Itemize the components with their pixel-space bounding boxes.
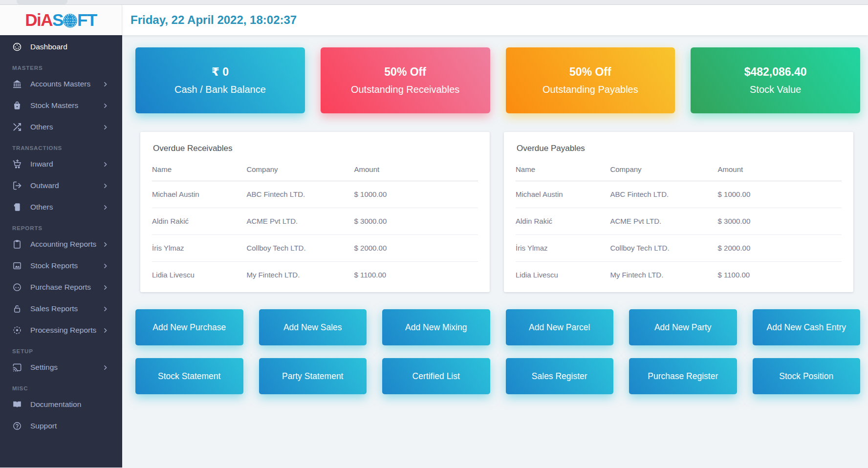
add-new-mixing-button[interactable]: Add New Mixing [382,309,490,345]
tables-row: Overdue Receivables Name Company Amount … [140,132,853,292]
sidebar-item-label: Accounts Masters [30,80,90,88]
sidebar-item-purchase-reports[interactable]: Purchase Reports [0,277,122,298]
column-header-name: Name [152,159,246,181]
chevron-right-icon [102,161,108,168]
cell-company: ABC Fintech LTD. [610,181,717,208]
cell-company: Collboy Tech LTD. [246,235,354,262]
chevron-right-icon [102,124,108,130]
sidebar-item-settings[interactable]: Settings [0,357,122,378]
cell-amount: $ 1100.00 [718,262,842,289]
globe-icon [63,13,78,28]
add-new-cash-entry-button[interactable]: Add New Cash Entry [753,309,861,345]
lock-icon [12,304,22,314]
cell-name: Lidia Livescu [152,262,246,289]
column-header-amount: Amount [718,159,842,181]
sidebar-item-stock-masters[interactable]: Stock Masters [0,95,122,116]
content: ₹ 0 Cash / Bank Balance 50% Off Outstand… [122,35,868,468]
stock-statement-button[interactable]: Stock Statement [135,358,243,394]
cell-name: Michael Austin [152,181,246,208]
face-icon [12,282,22,292]
sidebar-section-reports: REPORTS [0,218,122,234]
stock-position-button[interactable]: Stock Position [753,358,861,394]
add-new-purchase-button[interactable]: Add New Purchase [135,309,243,345]
stat-value: $482,086.40 [744,65,807,79]
column-header-company: Company [610,159,717,181]
stat-cards-row: ₹ 0 Cash / Bank Balance 50% Off Outstand… [135,47,860,113]
party-statement-button[interactable]: Party Statement [259,358,367,394]
image-icon [12,261,22,271]
cell-name: Lidia Livescu [516,262,610,289]
sidebar-item-label: Accounting Reports [30,240,96,249]
topbar: Friday, 22 April 2022, 18:02:37 [122,5,868,35]
sidebar-item-sales-reports[interactable]: Sales Reports [0,298,122,319]
add-new-party-button[interactable]: Add New Party [629,309,737,345]
table-row: Michael Austin ABC Fintech LTD. $ 1000.0… [152,181,478,208]
table-row: Lidia Livescu My Fintech LTD. $ 1100.00 [152,262,478,289]
chevron-right-icon [102,364,108,371]
sidebar-item-others-masters[interactable]: Others [0,116,122,138]
book-open-icon [12,400,22,409]
sales-register-button[interactable]: Sales Register [506,358,614,394]
sidebar-item-accounting-reports[interactable]: Accounting Reports [0,234,122,255]
help-circle-icon [12,421,22,431]
cell-amount: $ 2000.00 [718,235,842,262]
journal-icon [12,202,22,212]
sidebar-item-label: Sales Reports [30,304,78,313]
logo-text-ft: FT [77,10,97,30]
clipboard-icon [12,239,22,249]
add-new-parcel-button[interactable]: Add New Parcel [506,309,614,345]
sidebar-item-label: Support [30,422,57,430]
overdue-payables-card: Overdue Payables Name Company Amount Mic… [504,132,853,292]
sidebar-item-processing-reports[interactable]: Processing Reports [0,319,122,341]
column-header-name: Name [516,159,610,181]
purchase-register-button[interactable]: Purchase Register [629,358,737,394]
sidebar-item-dashboard[interactable]: Dashboard [0,36,122,58]
shuffle-icon [12,122,22,132]
certified-list-button[interactable]: Certified List [382,358,490,394]
target-icon [12,325,22,335]
chevron-right-icon [102,263,108,269]
chevron-right-icon [102,327,108,334]
stat-value: ₹ 0 [212,65,229,79]
sidebar-item-support[interactable]: Support [0,415,122,437]
chevron-right-icon [102,204,108,211]
sidebar-section-setup: SETUP [0,341,122,357]
cell-company: My Fintech LTD. [610,262,717,289]
sidebar-section-misc: MISC [0,378,122,394]
logo-text-s: S [52,10,63,30]
sidebar-section-masters: MASTERS [0,58,122,73]
chevron-right-icon [102,241,108,248]
table-row: Lidia Livescu My Fintech LTD. $ 1100.00 [516,262,842,289]
sidebar-item-label: Others [30,123,53,131]
sidebar-item-label: Purchase Reports [30,283,91,292]
chevron-right-icon [102,103,108,109]
cast-icon [12,362,22,372]
stat-label: Outstanding Receivables [351,84,459,95]
sidebar-item-others-transactions[interactable]: Others [0,196,122,218]
stat-label: Stock Value [750,84,801,95]
sidebar-item-accounts-masters[interactable]: Accounts Masters [0,73,122,95]
sidebar-item-stock-reports[interactable]: Stock Reports [0,255,122,277]
sidebar-item-documentation[interactable]: Documentation [0,394,122,415]
stat-card-outstanding-receivables: 50% Off Outstanding Receivables [321,47,490,113]
logo[interactable]: DiASFT [25,10,96,30]
stat-card-stock-value: $482,086.40 Stock Value [691,47,860,113]
dashboard-icon [12,42,22,52]
add-new-sales-button[interactable]: Add New Sales [259,309,367,345]
cell-amount: $ 1100.00 [354,262,478,289]
overdue-receivables-card: Overdue Receivables Name Company Amount … [140,132,490,292]
cell-company: Collboy Tech LTD. [610,235,717,262]
datetime-text: Friday, 22 April 2022, 18:02:37 [130,13,297,27]
sidebar-item-label: Others [30,203,53,212]
chevron-right-icon [102,81,108,87]
cell-name: Michael Austin [516,181,610,208]
sidebar-item-label: Outward [30,181,59,190]
table-row: İris Ylmaz Collboy Tech LTD. $ 2000.00 [516,235,842,262]
sidebar-item-outward[interactable]: Outward [0,175,122,196]
main-area: Friday, 22 April 2022, 18:02:37 ₹ 0 Cash… [122,5,868,468]
sidebar-item-label: Documentation [30,400,81,409]
cell-company: ABC Fintech LTD. [246,181,354,208]
stat-label: Cash / Bank Balance [174,84,266,95]
cell-amount: $ 1000.00 [718,181,842,208]
sidebar-item-inward[interactable]: Inward [0,153,122,175]
